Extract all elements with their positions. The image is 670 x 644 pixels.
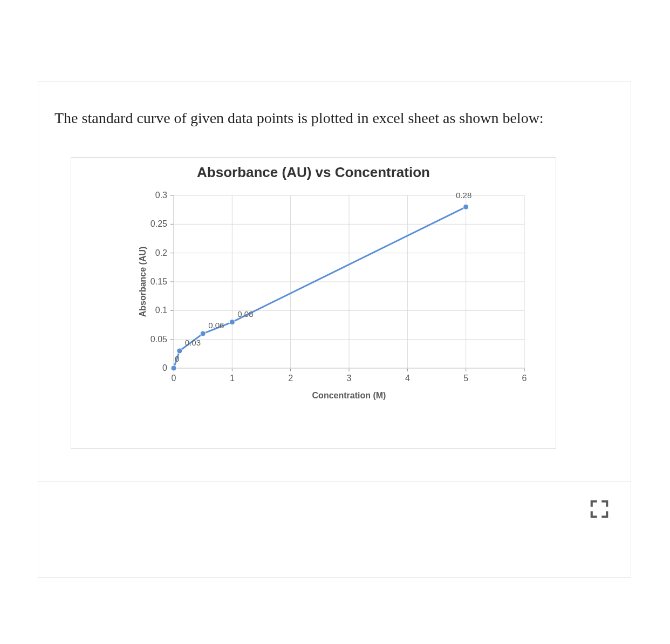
chart-title: Absorbance (AU) vs Concentration [71,164,556,181]
fullscreen-icon [589,499,610,519]
chart-plot-area: 012345600.050.10.150.20.250.300.030.060.… [136,190,535,390]
separator [38,481,631,482]
chart-container: Absorbance (AU) vs Concentration 0123456… [71,157,556,449]
svg-text:3: 3 [347,374,352,383]
svg-text:0: 0 [172,374,176,383]
svg-text:0.28: 0.28 [456,191,471,200]
svg-point-46 [200,331,206,336]
svg-point-45 [177,348,182,354]
svg-text:0.06: 0.06 [208,321,224,330]
svg-text:0.2: 0.2 [155,248,167,257]
svg-text:0.3: 0.3 [155,191,167,200]
fullscreen-button[interactable] [587,497,611,521]
svg-text:0.08: 0.08 [237,309,253,318]
svg-point-44 [171,365,176,371]
chart-svg: 012345600.050.10.150.20.250.300.030.060.… [136,190,535,417]
svg-point-47 [229,320,235,325]
svg-text:2: 2 [288,374,293,383]
svg-text:0.15: 0.15 [151,277,167,286]
caption-text: The standard curve of given data points … [54,107,544,128]
svg-text:0.1: 0.1 [155,306,167,315]
svg-text:0.05: 0.05 [151,335,167,344]
svg-text:Concentration (M): Concentration (M) [312,391,386,400]
svg-text:1: 1 [230,374,235,383]
page: The standard curve of given data points … [0,0,670,644]
content-card: The standard curve of given data points … [38,81,631,578]
svg-text:5: 5 [463,374,468,383]
svg-text:4: 4 [405,374,410,383]
svg-text:0.03: 0.03 [185,338,201,347]
svg-text:0.25: 0.25 [151,219,167,228]
svg-text:Absorbance (AU): Absorbance (AU) [138,247,147,317]
svg-text:0: 0 [162,363,167,372]
svg-text:0: 0 [175,354,179,363]
svg-point-48 [463,204,469,209]
svg-text:6: 6 [522,374,527,383]
